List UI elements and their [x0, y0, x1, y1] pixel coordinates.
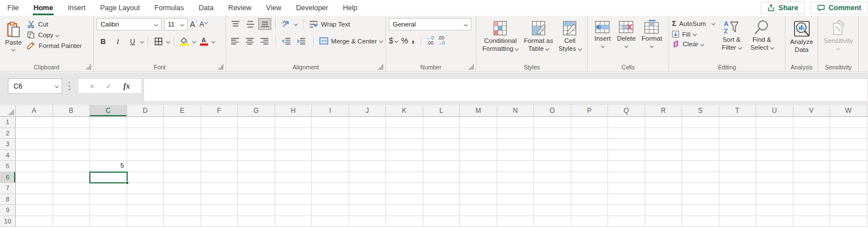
number-format-select[interactable]: General — [389, 18, 471, 30]
conditional-formatting-button[interactable]: Conditional Formatting — [480, 18, 520, 60]
cell-W7[interactable] — [830, 183, 867, 194]
cell-Q5[interactable] — [608, 161, 645, 172]
column-header-K[interactable]: K — [386, 105, 423, 116]
cell-B2[interactable] — [53, 128, 90, 139]
cell-L7[interactable] — [423, 183, 461, 194]
cell-I4[interactable] — [312, 150, 349, 161]
cell-K1[interactable] — [386, 117, 423, 128]
cell-U1[interactable] — [756, 117, 793, 128]
column-header-U[interactable]: U — [756, 105, 793, 116]
cell-A4[interactable] — [16, 150, 53, 161]
underline-button[interactable]: U — [126, 36, 139, 47]
cell-C8[interactable] — [90, 194, 127, 205]
cell-V4[interactable] — [793, 150, 831, 161]
cell-A7[interactable] — [16, 183, 53, 194]
tab-file[interactable]: File — [0, 0, 26, 16]
cell-W6[interactable] — [830, 172, 867, 183]
cell-U2[interactable] — [756, 128, 793, 139]
cell-Q7[interactable] — [608, 183, 645, 194]
cell-D3[interactable] — [127, 139, 164, 150]
sensitivity-button[interactable]: Sensitivity — [822, 18, 856, 60]
column-header-H[interactable]: H — [275, 105, 313, 116]
format-as-table-button[interactable]: Format as Table — [522, 18, 555, 60]
cell-Q6[interactable] — [608, 172, 645, 183]
share-button[interactable]: Share — [761, 2, 805, 14]
cell-N1[interactable] — [497, 117, 535, 128]
cell-U4[interactable] — [756, 150, 793, 161]
delete-button[interactable]: Delete — [615, 18, 638, 60]
cell-G9[interactable] — [238, 205, 275, 216]
cell-O8[interactable] — [534, 194, 571, 205]
cell-M1[interactable] — [460, 117, 497, 128]
cell-R6[interactable] — [645, 172, 683, 183]
column-header-V[interactable]: V — [793, 105, 831, 116]
cell-S3[interactable] — [682, 139, 719, 150]
cell-H6[interactable] — [275, 172, 313, 183]
cell-O2[interactable] — [534, 128, 571, 139]
formula-input[interactable] — [144, 78, 868, 102]
cell-N9[interactable] — [497, 205, 535, 216]
font-family-select[interactable]: Calibri — [97, 18, 162, 30]
cell-E9[interactable] — [164, 205, 201, 216]
cell-A3[interactable] — [16, 139, 53, 150]
analyze-data-button[interactable]: Analyze Data — [788, 18, 815, 60]
cell-I9[interactable] — [312, 205, 349, 216]
column-header-E[interactable]: E — [164, 105, 201, 116]
row-header-3[interactable]: 3 — [0, 139, 16, 150]
cell-A6[interactable] — [16, 172, 53, 183]
tab-review[interactable]: Review — [221, 0, 259, 16]
cell-N4[interactable] — [497, 150, 535, 161]
cell-G8[interactable] — [238, 194, 275, 205]
cell-D6[interactable] — [127, 172, 164, 183]
cell-D1[interactable] — [127, 117, 164, 128]
column-header-W[interactable]: W — [830, 105, 867, 116]
cell-C5[interactable]: 5 — [90, 161, 127, 172]
fill-handle[interactable] — [125, 181, 129, 185]
cell-E2[interactable] — [164, 128, 201, 139]
cell-A8[interactable] — [16, 194, 53, 205]
tab-developer[interactable]: Developer — [289, 0, 336, 16]
cell-U9[interactable] — [756, 205, 793, 216]
cell-V5[interactable] — [793, 161, 831, 172]
cell-E8[interactable] — [164, 194, 201, 205]
cell-K10[interactable] — [386, 216, 423, 227]
cell-E5[interactable] — [164, 161, 201, 172]
cell-V10[interactable] — [793, 216, 831, 227]
cell-M7[interactable] — [460, 183, 497, 194]
column-header-J[interactable]: J — [349, 105, 387, 116]
row-header-2[interactable]: 2 — [0, 128, 16, 139]
cell-F6[interactable] — [201, 172, 238, 183]
column-header-R[interactable]: R — [645, 105, 683, 116]
cell-C2[interactable] — [90, 128, 127, 139]
cell-I7[interactable] — [312, 183, 349, 194]
center-button[interactable] — [244, 35, 257, 47]
cell-J8[interactable] — [349, 194, 387, 205]
cell-S2[interactable] — [682, 128, 719, 139]
cell-R9[interactable] — [645, 205, 683, 216]
cell-N7[interactable] — [497, 183, 535, 194]
wrap-text-button[interactable]: Wrap Text — [309, 20, 350, 28]
cell-W8[interactable] — [830, 194, 867, 205]
cell-G10[interactable] — [238, 216, 275, 227]
cell-S8[interactable] — [682, 194, 719, 205]
column-header-D[interactable]: D — [127, 105, 164, 116]
column-header-P[interactable]: P — [571, 105, 609, 116]
cell-D7[interactable] — [127, 183, 164, 194]
cut-button[interactable]: Cut — [27, 20, 81, 28]
tab-home[interactable]: Home — [26, 0, 60, 16]
cell-Q9[interactable] — [608, 205, 645, 216]
column-header-F[interactable]: F — [201, 105, 238, 116]
cell-S6[interactable] — [682, 172, 719, 183]
cell-T1[interactable] — [719, 117, 757, 128]
tab-insert[interactable]: Insert — [60, 0, 93, 16]
cell-F5[interactable] — [201, 161, 238, 172]
cell-B7[interactable] — [53, 183, 90, 194]
column-header-T[interactable]: T — [719, 105, 757, 116]
cell-K7[interactable] — [386, 183, 423, 194]
cell-V1[interactable] — [793, 117, 831, 128]
cell-K9[interactable] — [386, 205, 423, 216]
cell-E6[interactable] — [164, 172, 201, 183]
cell-V2[interactable] — [793, 128, 831, 139]
cell-M10[interactable] — [460, 216, 497, 227]
cell-B6[interactable] — [53, 172, 90, 183]
